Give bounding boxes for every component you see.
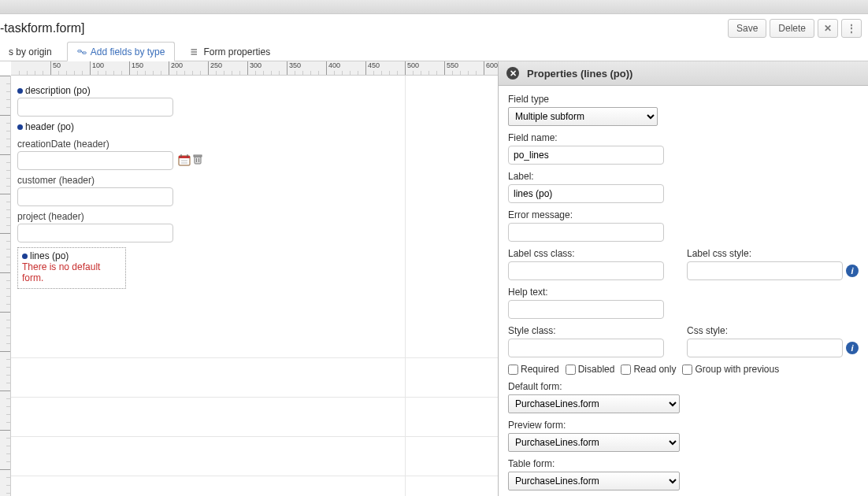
readonly-checkbox[interactable]: Read only [621,364,676,375]
field-description[interactable]: description (po) [17,83,491,117]
header-actions: Save Delete ✕ ⋮ [728,19,862,38]
field-label-text: header (po) [25,121,74,132]
field-type-select[interactable]: Multiple subform [508,107,658,126]
field-type-label: Field type [508,94,859,105]
properties-panel: ✕ Properties (lines (po)) Field type Mul… [498,61,868,496]
tabs-bar: s by origin Add fields by type Form prop… [0,41,868,61]
customer-input[interactable] [17,187,173,206]
label-label: Label: [508,171,859,182]
required-checkbox[interactable]: Required [508,364,559,375]
more-button[interactable]: ⋮ [841,19,862,38]
error-label: Error message: [508,209,859,220]
app-topbar [0,0,868,14]
readonly-check-input[interactable] [621,365,631,375]
creationdate-input[interactable] [17,151,173,170]
field-project[interactable]: project (header) [17,209,491,242]
label-css-style-label: Label css style: [687,248,859,259]
field-dot-icon [17,124,23,130]
ruler-horizontal: 50100150200250300350400450500550600 [11,61,498,76]
field-label-text: creationDate (header) [17,137,491,151]
trash-icon[interactable] [192,154,203,168]
header-row: -taskform.form] Save Delete ✕ ⋮ [0,14,868,41]
groupprev-check-input[interactable] [682,365,692,375]
disabled-checkbox[interactable]: Disabled [566,364,615,375]
delete-button[interactable]: Delete [770,19,814,38]
calendar-icon[interactable] [178,154,191,168]
svg-rect-13 [194,155,202,157]
label-input[interactable] [508,184,664,203]
disabled-check-input[interactable] [566,365,576,375]
description-input[interactable] [17,98,173,117]
help-label: Help text: [508,287,859,298]
field-customer[interactable]: customer (header) [17,173,491,206]
info-icon[interactable]: i [846,265,859,277]
default-form-select[interactable]: PurchaseLines.form [508,394,680,413]
help-input[interactable] [508,300,664,319]
close-panel-icon[interactable]: ✕ [506,67,519,80]
field-label-text: project (header) [17,209,491,224]
list-icon [190,47,199,57]
close-button[interactable]: ✕ [818,19,838,38]
ruler-vertical [0,76,11,496]
properties-title: Properties (lines (po)) [527,68,632,80]
field-header[interactable]: header (po) [17,120,491,134]
table-form-select[interactable]: PurchaseLines.form [508,472,680,490]
label-css-class-label: Label css class: [508,248,679,259]
required-check-input[interactable] [508,365,518,375]
field-dot-icon [17,88,23,94]
link-icon [77,47,87,57]
tab-label: s by origin [9,46,52,57]
tab-label: Add fields by type [91,46,165,57]
error-input[interactable] [508,223,664,242]
field-label-text: customer (header) [17,173,491,187]
svg-rect-12 [195,157,201,164]
tab-label: Form properties [203,46,270,57]
field-label-text: description (po) [25,85,91,96]
project-input[interactable] [17,224,173,242]
preview-form-select[interactable]: PurchaseLines.form [508,433,680,452]
info-icon[interactable]: i [846,342,859,354]
field-name-label: Field name: [508,132,859,143]
style-class-label: Style class: [508,325,679,336]
label-css-style-input[interactable] [687,261,843,280]
properties-header: ✕ Properties (lines (po)) [499,61,868,86]
tab-form-properties[interactable]: Form properties [180,42,280,61]
groupprev-checkbox[interactable]: Group with previous [682,364,779,375]
default-form-label: Default form: [508,381,859,392]
style-class-input[interactable] [508,339,664,357]
field-creationdate[interactable]: creationDate (header) [17,137,491,170]
label-css-class-input[interactable] [508,261,664,280]
page-title: -taskform.form] [0,21,85,35]
save-button[interactable]: Save [728,19,766,38]
svg-rect-7 [179,156,190,158]
design-canvas[interactable]: 50100150200250300350400450500550600 desc… [0,61,498,496]
table-form-label: Table form: [508,458,859,469]
preview-form-label: Preview form: [508,420,859,431]
tab-fields-by-origin[interactable]: s by origin [0,42,62,61]
css-style-label: Css style: [687,325,859,336]
tab-add-fields-by-type[interactable]: Add fields by type [67,42,176,61]
css-style-input[interactable] [687,339,843,357]
field-name-input[interactable] [508,146,664,165]
